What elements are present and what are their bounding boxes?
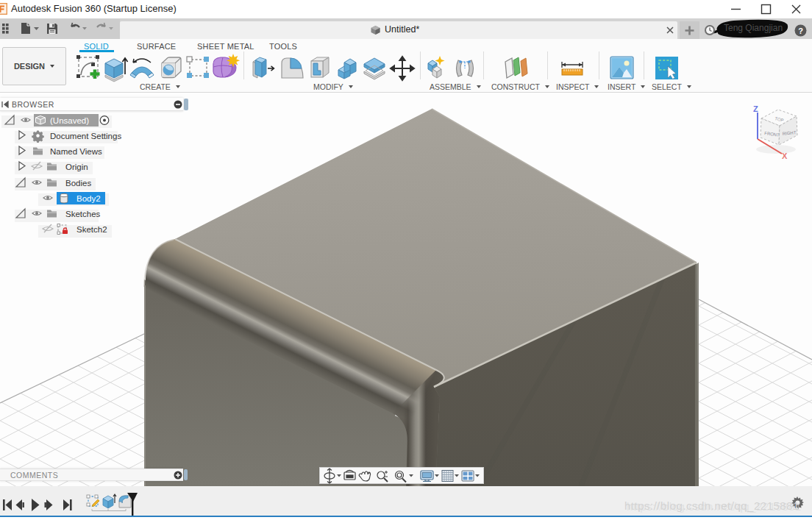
svg-text:Document Settings: Document Settings xyxy=(50,132,121,140)
svg-text:Sketch2: Sketch2 xyxy=(76,225,107,234)
svg-text:X: X xyxy=(782,152,788,160)
svg-text:Bodies: Bodies xyxy=(65,179,91,188)
svg-text:Origin: Origin xyxy=(65,163,88,171)
svg-text:Body2: Body2 xyxy=(76,194,101,203)
svg-text:Z: Z xyxy=(753,104,758,113)
svg-text:Named Views: Named Views xyxy=(50,147,102,156)
svg-text:Sketches: Sketches xyxy=(65,210,101,218)
svg-text:(Unsaved): (Unsaved) xyxy=(50,116,89,125)
svg-text:?: ? xyxy=(798,26,803,35)
